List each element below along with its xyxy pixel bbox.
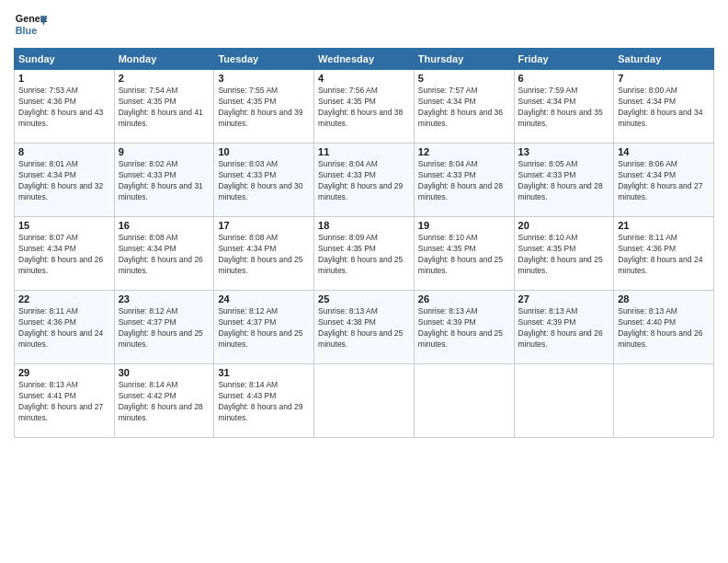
logo: General Blue [14, 9, 47, 42]
day-number: 27 [518, 293, 610, 304]
header-row: SundayMondayTuesdayWednesdayThursdayFrid… [15, 49, 714, 70]
cell-content: Sunrise: 7:57 AM Sunset: 4:34 PM Dayligh… [418, 86, 510, 130]
day-number: 17 [218, 220, 310, 231]
calendar-cell: 24 Sunrise: 8:12 AM Sunset: 4:37 PM Dayl… [214, 291, 314, 364]
weekday-header: Thursday [414, 49, 514, 70]
day-number: 3 [218, 73, 310, 84]
cell-content: Sunrise: 8:14 AM Sunset: 4:43 PM Dayligh… [218, 380, 310, 424]
day-number: 18 [318, 220, 410, 231]
day-number: 31 [218, 367, 310, 378]
calendar-cell: 20 Sunrise: 8:10 AM Sunset: 4:35 PM Dayl… [514, 217, 614, 291]
calendar-table: SundayMondayTuesdayWednesdayThursdayFrid… [14, 48, 714, 438]
cell-content: Sunrise: 8:08 AM Sunset: 4:34 PM Dayligh… [119, 233, 210, 277]
header: General Blue [14, 9, 714, 42]
day-number: 7 [618, 73, 710, 84]
day-number: 10 [218, 146, 310, 157]
calendar-cell: 4 Sunrise: 7:56 AM Sunset: 4:35 PM Dayli… [314, 70, 415, 144]
calendar-cell: 13 Sunrise: 8:05 AM Sunset: 4:33 PM Dayl… [514, 144, 614, 217]
calendar-cell: 11 Sunrise: 8:04 AM Sunset: 4:33 PM Dayl… [314, 144, 415, 217]
day-number: 14 [618, 146, 710, 157]
calendar-cell: 5 Sunrise: 7:57 AM Sunset: 4:34 PM Dayli… [414, 70, 514, 144]
calendar-cell: 3 Sunrise: 7:55 AM Sunset: 4:35 PM Dayli… [214, 70, 314, 144]
logo-icon: General Blue [14, 9, 47, 42]
weekday-header: Tuesday [214, 49, 314, 70]
day-number: 13 [518, 146, 610, 157]
cell-content: Sunrise: 8:02 AM Sunset: 4:33 PM Dayligh… [119, 159, 210, 203]
day-number: 24 [218, 293, 310, 304]
cell-content: Sunrise: 8:04 AM Sunset: 4:33 PM Dayligh… [318, 159, 410, 203]
cell-content: Sunrise: 8:13 AM Sunset: 4:40 PM Dayligh… [618, 306, 710, 350]
calendar-cell: 28 Sunrise: 8:13 AM Sunset: 4:40 PM Dayl… [614, 291, 714, 364]
cell-content: Sunrise: 8:12 AM Sunset: 4:37 PM Dayligh… [218, 306, 310, 350]
calendar-cell: 10 Sunrise: 8:03 AM Sunset: 4:33 PM Dayl… [214, 144, 314, 217]
calendar-cell [314, 364, 415, 438]
cell-content: Sunrise: 8:13 AM Sunset: 4:39 PM Dayligh… [418, 306, 510, 350]
calendar-cell: 14 Sunrise: 8:06 AM Sunset: 4:34 PM Dayl… [614, 144, 714, 217]
day-number: 20 [518, 220, 610, 231]
cell-content: Sunrise: 7:54 AM Sunset: 4:35 PM Dayligh… [119, 86, 210, 130]
cell-content: Sunrise: 8:13 AM Sunset: 4:38 PM Dayligh… [318, 306, 410, 350]
calendar-week-row: 15 Sunrise: 8:07 AM Sunset: 4:34 PM Dayl… [15, 217, 714, 291]
day-number: 5 [418, 73, 510, 84]
calendar-cell: 17 Sunrise: 8:08 AM Sunset: 4:34 PM Dayl… [214, 217, 314, 291]
weekday-header: Monday [114, 49, 214, 70]
calendar-cell: 18 Sunrise: 8:09 AM Sunset: 4:35 PM Dayl… [314, 217, 415, 291]
cell-content: Sunrise: 7:59 AM Sunset: 4:34 PM Dayligh… [518, 86, 610, 130]
weekday-header: Saturday [614, 49, 714, 70]
calendar-cell: 23 Sunrise: 8:12 AM Sunset: 4:37 PM Dayl… [114, 291, 214, 364]
day-number: 22 [18, 293, 110, 304]
cell-content: Sunrise: 8:05 AM Sunset: 4:33 PM Dayligh… [518, 159, 610, 203]
cell-content: Sunrise: 8:10 AM Sunset: 4:35 PM Dayligh… [418, 233, 510, 277]
day-number: 29 [18, 367, 110, 378]
weekday-header: Sunday [15, 49, 115, 70]
calendar-cell: 12 Sunrise: 8:04 AM Sunset: 4:33 PM Dayl… [414, 144, 514, 217]
cell-content: Sunrise: 8:13 AM Sunset: 4:41 PM Dayligh… [18, 380, 110, 424]
svg-text:Blue: Blue [16, 25, 37, 36]
day-number: 28 [618, 293, 710, 304]
page: General Blue SundayMondayTuesdayWednesda… [0, 0, 728, 563]
day-number: 25 [318, 293, 410, 304]
day-number: 15 [18, 220, 110, 231]
day-number: 11 [318, 146, 410, 157]
cell-content: Sunrise: 7:53 AM Sunset: 4:36 PM Dayligh… [18, 86, 110, 130]
day-number: 30 [119, 367, 210, 378]
calendar-cell: 15 Sunrise: 8:07 AM Sunset: 4:34 PM Dayl… [15, 217, 115, 291]
calendar-cell: 31 Sunrise: 8:14 AM Sunset: 4:43 PM Dayl… [214, 364, 314, 438]
calendar-week-row: 1 Sunrise: 7:53 AM Sunset: 4:36 PM Dayli… [15, 70, 714, 144]
calendar-cell: 19 Sunrise: 8:10 AM Sunset: 4:35 PM Dayl… [414, 217, 514, 291]
day-number: 23 [119, 293, 210, 304]
day-number: 12 [418, 146, 510, 157]
calendar-cell: 9 Sunrise: 8:02 AM Sunset: 4:33 PM Dayli… [114, 144, 214, 217]
calendar-cell: 1 Sunrise: 7:53 AM Sunset: 4:36 PM Dayli… [15, 70, 115, 144]
calendar-cell [514, 364, 614, 438]
cell-content: Sunrise: 8:11 AM Sunset: 4:36 PM Dayligh… [18, 306, 110, 350]
day-number: 16 [119, 220, 210, 231]
calendar-week-row: 22 Sunrise: 8:11 AM Sunset: 4:36 PM Dayl… [15, 291, 714, 364]
day-number: 26 [418, 293, 510, 304]
cell-content: Sunrise: 8:09 AM Sunset: 4:35 PM Dayligh… [318, 233, 410, 277]
calendar-cell: 26 Sunrise: 8:13 AM Sunset: 4:39 PM Dayl… [414, 291, 514, 364]
cell-content: Sunrise: 8:10 AM Sunset: 4:35 PM Dayligh… [518, 233, 610, 277]
cell-content: Sunrise: 8:08 AM Sunset: 4:34 PM Dayligh… [218, 233, 310, 277]
cell-content: Sunrise: 8:01 AM Sunset: 4:34 PM Dayligh… [18, 159, 110, 203]
calendar-cell: 16 Sunrise: 8:08 AM Sunset: 4:34 PM Dayl… [114, 217, 214, 291]
day-number: 1 [18, 73, 110, 84]
calendar-cell: 25 Sunrise: 8:13 AM Sunset: 4:38 PM Dayl… [314, 291, 415, 364]
calendar-cell: 21 Sunrise: 8:11 AM Sunset: 4:36 PM Dayl… [614, 217, 714, 291]
day-number: 19 [418, 220, 510, 231]
cell-content: Sunrise: 7:55 AM Sunset: 4:35 PM Dayligh… [218, 86, 310, 130]
calendar-cell [614, 364, 714, 438]
calendar-week-row: 8 Sunrise: 8:01 AM Sunset: 4:34 PM Dayli… [15, 144, 714, 217]
cell-content: Sunrise: 8:04 AM Sunset: 4:33 PM Dayligh… [418, 159, 510, 203]
day-number: 4 [318, 73, 410, 84]
cell-content: Sunrise: 8:00 AM Sunset: 4:34 PM Dayligh… [618, 86, 710, 130]
cell-content: Sunrise: 8:07 AM Sunset: 4:34 PM Dayligh… [18, 233, 110, 277]
calendar-cell: 7 Sunrise: 8:00 AM Sunset: 4:34 PM Dayli… [614, 70, 714, 144]
cell-content: Sunrise: 7:56 AM Sunset: 4:35 PM Dayligh… [318, 86, 410, 130]
day-number: 6 [518, 73, 610, 84]
cell-content: Sunrise: 8:03 AM Sunset: 4:33 PM Dayligh… [218, 159, 310, 203]
cell-content: Sunrise: 8:13 AM Sunset: 4:39 PM Dayligh… [518, 306, 610, 350]
day-number: 8 [18, 146, 110, 157]
day-number: 9 [119, 146, 210, 157]
calendar-cell: 2 Sunrise: 7:54 AM Sunset: 4:35 PM Dayli… [114, 70, 214, 144]
